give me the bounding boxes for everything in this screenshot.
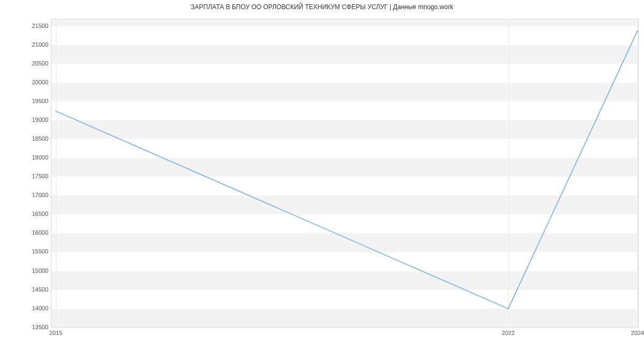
x-tick-label: 2015 bbox=[49, 330, 62, 336]
y-tick-label: 16000 bbox=[5, 229, 48, 236]
y-tick-label: 14500 bbox=[5, 286, 48, 293]
y-tick-label: 20000 bbox=[5, 79, 48, 85]
y-tick-label: 13500 bbox=[5, 324, 48, 330]
y-tick-label: 21000 bbox=[5, 41, 48, 48]
plot-area bbox=[51, 19, 639, 328]
x-tick-label: 2024 bbox=[631, 330, 644, 336]
y-tick-label: 15000 bbox=[5, 267, 48, 274]
y-tick-label: 15500 bbox=[5, 248, 48, 255]
x-tick-label: 2022 bbox=[502, 330, 515, 336]
y-tick-label: 17500 bbox=[5, 173, 48, 179]
y-tick-label: 18500 bbox=[5, 135, 48, 142]
y-tick-label: 17000 bbox=[5, 192, 48, 198]
y-tick-label: 19000 bbox=[5, 117, 48, 123]
y-tick-label: 20500 bbox=[5, 60, 48, 67]
chart-title: ЗАРПЛАТА В БПОУ ОО ОРЛОВСКИЙ ТЕХНИКУМ СФ… bbox=[0, 3, 644, 11]
y-tick-label: 21500 bbox=[5, 23, 48, 29]
chart-container: ЗАРПЛАТА В БПОУ ОО ОРЛОВСКИЙ ТЕХНИКУМ СФ… bbox=[0, 0, 644, 349]
y-tick-label: 18000 bbox=[5, 154, 48, 161]
y-tick-label: 16500 bbox=[5, 210, 48, 217]
line-series bbox=[52, 19, 638, 327]
y-tick-label: 19500 bbox=[5, 98, 48, 104]
data-line bbox=[56, 31, 638, 309]
y-tick-label: 14000 bbox=[5, 305, 48, 311]
